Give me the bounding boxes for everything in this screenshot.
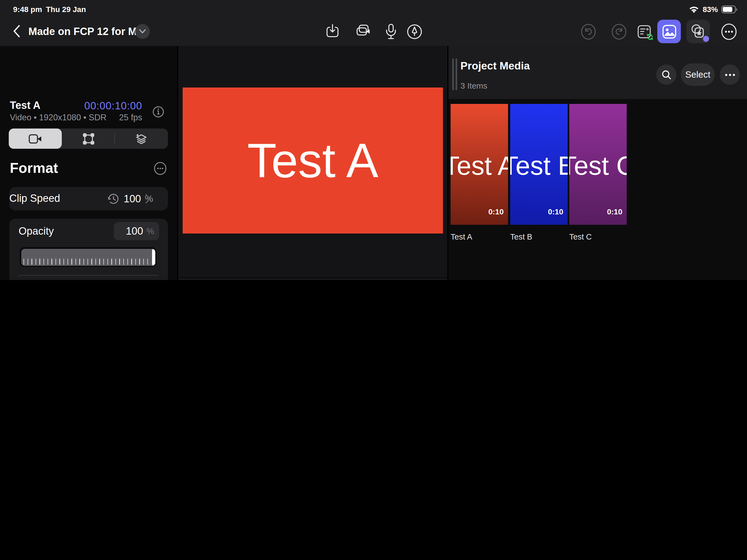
battery-icon — [721, 5, 738, 14]
media-thumb-text: Test B — [510, 151, 568, 181]
status-right: 83% — [689, 5, 738, 14]
media-title: Project Media — [460, 59, 530, 72]
clip-speed-chevron-icon — [145, 194, 151, 204]
more-options-button[interactable] — [721, 24, 737, 40]
media-thumb-text: Test A — [450, 151, 508, 181]
media-item-thumbnail[interactable]: Test A 0:10 — [450, 104, 508, 225]
inspector-clip-title: Test A — [10, 100, 41, 111]
viewer-panel: Test A 00:00:00:00 50 % — [178, 46, 447, 280]
project-sync-button[interactable] — [637, 24, 654, 41]
tab-transform[interactable] — [62, 128, 115, 149]
status-time: 9:48 pm — [13, 5, 42, 14]
opacity-slider[interactable] — [20, 247, 156, 267]
media-header: Project Media 3 Items Select — [448, 46, 747, 99]
clip-speed-value: 100 % — [82, 193, 153, 205]
fcp-ipad-app: 9:48 pm Thu 29 Jan 83% Made on FCP 12 fo… — [0, 0, 747, 280]
viewer-frame: Test A — [183, 87, 443, 233]
import-button[interactable] — [325, 24, 340, 39]
pencil-tool-button[interactable] — [406, 24, 423, 40]
back-button[interactable] — [12, 25, 20, 38]
panel-drag-handle[interactable] — [452, 58, 457, 90]
media-thumb-text: Test C — [569, 151, 627, 181]
opacity-label: Opacity — [19, 225, 54, 237]
tab-video[interactable] — [9, 128, 62, 149]
status-date: Thu 29 Jan — [46, 5, 86, 14]
project-dropdown-button[interactable] — [135, 24, 150, 39]
clock-reset-icon — [107, 193, 120, 205]
clip-speed-label: Clip Speed — [9, 193, 60, 205]
top-toolbar: 9:48 pm Thu 29 Jan 83% Made on FCP 12 fo… — [0, 0, 747, 46]
inspector-clip-duration[interactable]: 00:00:10:00 — [66, 100, 142, 112]
media-item-name: Test A — [450, 232, 472, 241]
media-thumb-duration: 0:10 — [488, 207, 504, 216]
effects-browser-button[interactable] — [686, 20, 710, 43]
opacity-value-field[interactable]: 100 % — [114, 222, 159, 240]
project-title[interactable]: Made on FCP 12 for Mac — [28, 25, 149, 38]
media-select-button[interactable]: Select — [681, 63, 715, 86]
redo-button[interactable] — [611, 24, 627, 40]
opacity-slider-handle[interactable] — [152, 249, 155, 265]
format-section-title: Format — [10, 160, 58, 177]
battery-percent: 83% — [703, 5, 718, 14]
undo-button[interactable] — [581, 24, 596, 40]
transport-bar: 00:00:00:00 50 % — [178, 277, 447, 280]
media-item-thumbnail[interactable]: Test B 0:10 — [510, 104, 568, 225]
media-browser-button[interactable] — [657, 20, 681, 43]
media-more-button[interactable] — [720, 65, 740, 85]
media-item-thumbnail[interactable]: Test C 0:10 — [569, 104, 627, 225]
media-item-name: Test C — [569, 232, 592, 241]
record-video-button[interactable] — [356, 24, 374, 39]
media-search-button[interactable] — [656, 65, 676, 85]
format-options-icon[interactable] — [154, 162, 167, 175]
media-item-name: Test B — [510, 232, 532, 241]
media-thumb-duration: 0:10 — [607, 207, 622, 216]
project-media-panel: Project Media 3 Items Select Test A 0:10… — [447, 46, 747, 280]
media-count: 3 Items — [460, 81, 487, 90]
info-icon[interactable] — [153, 106, 164, 118]
wifi-icon — [689, 5, 699, 14]
inspector-panel: Test A 00:00:10:00 Video • 1920x1080 • S… — [0, 46, 177, 280]
card-divider — [19, 275, 159, 276]
inspector-tabs — [9, 128, 168, 149]
tab-effects[interactable] — [115, 128, 168, 149]
record-audio-button[interactable] — [384, 24, 397, 40]
media-thumb-duration: 0:10 — [548, 207, 563, 216]
viewer-frame-text: Test A — [247, 133, 378, 188]
inspector-clip-fps: 25 fps — [87, 113, 142, 123]
